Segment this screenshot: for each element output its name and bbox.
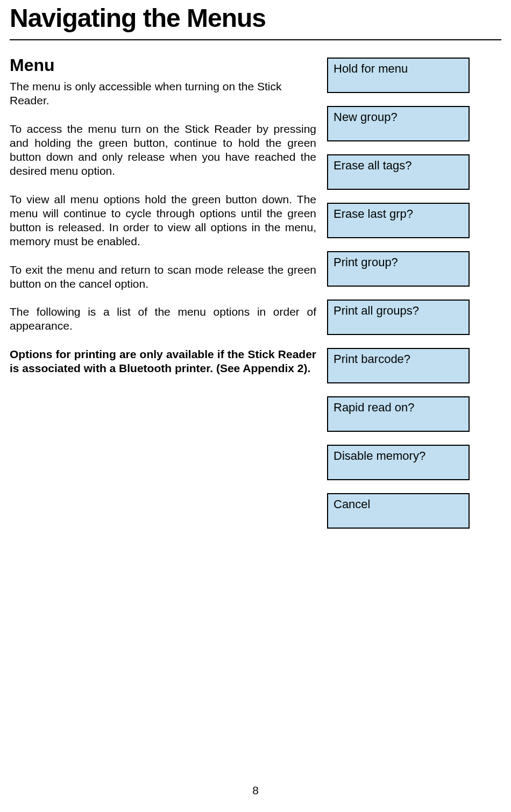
menu-item-hold: Hold for menu (327, 58, 470, 93)
paragraph-5: The following is a list of the menu opti… (10, 305, 316, 333)
menu-item-disable-memory: Disable memory? (327, 445, 470, 480)
page-title: Navigating the Menus (10, 0, 501, 39)
menu-item-print-barcode: Print barcode? (327, 348, 470, 383)
menu-item-new-group: New group? (327, 106, 470, 141)
content-row: Menu The menu is only accessible when tu… (10, 55, 501, 542)
paragraph-1: The menu is only accessible when turning… (10, 80, 316, 108)
menu-item-erase-all: Erase all tags? (327, 154, 470, 190)
paragraph-6: Options for printing are only available … (10, 347, 316, 376)
page-number: 8 (0, 784, 511, 797)
title-divider (10, 39, 501, 40)
menu-item-rapid-read: Rapid read on? (327, 396, 470, 432)
menu-item-print-group: Print group? (327, 251, 470, 287)
section-heading: Menu (10, 55, 316, 75)
paragraph-4: To exit the menu and return to scan mode… (10, 263, 316, 291)
menu-column: Hold for menu New group? Erase all tags?… (327, 55, 472, 542)
menu-item-erase-last: Erase last grp? (327, 203, 470, 238)
paragraph-2: To access the menu turn on the Stick Rea… (10, 122, 316, 179)
menu-item-print-all: Print all groups? (327, 300, 470, 335)
paragraph-3: To view all menu options hold the green … (10, 193, 316, 249)
menu-item-cancel: Cancel (327, 493, 470, 529)
text-column: Menu The menu is only accessible when tu… (10, 55, 316, 542)
